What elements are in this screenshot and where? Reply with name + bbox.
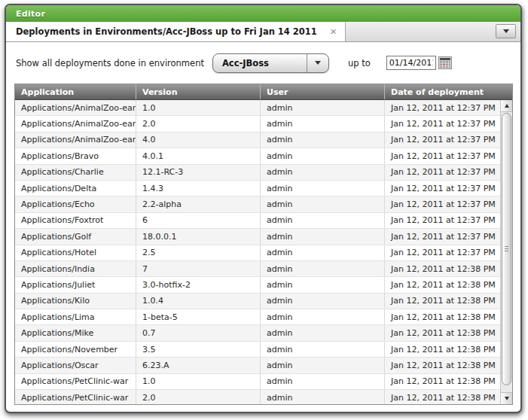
cell-version: 12.1-RC-3 [136, 165, 260, 180]
cell-date: Jan 12, 2011 at 12:38 PM [384, 342, 512, 357]
cell-application: Applications/India [15, 261, 136, 276]
table-row[interactable]: Applications/Golf 18.0.0.1 admin Jan 12,… [15, 229, 512, 245]
cell-version: 1-beta-5 [136, 309, 260, 324]
table-row[interactable]: Applications/AnimalZoo-ear 4.0 admin Jan… [15, 132, 512, 148]
scroll-down-button[interactable] [501, 392, 512, 404]
table-row[interactable]: Applications/India 7 admin Jan 12, 2011 … [15, 261, 512, 277]
cell-version: 2.2-alpha [136, 196, 260, 212]
column-header-application[interactable]: Application [15, 84, 136, 99]
cell-user: admin [260, 358, 384, 373]
cell-version: 2.0 [136, 390, 260, 404]
cell-version: 2.0 [136, 116, 260, 131]
table-row[interactable]: Applications/Hotel 2.5 admin Jan 12, 201… [15, 245, 512, 261]
cell-version: 4.0.1 [136, 148, 260, 163]
cell-date: Jan 12, 2011 at 12:38 PM [384, 358, 512, 373]
tab-list-dropdown-button[interactable] [496, 24, 516, 38]
cell-application: Applications/Hotel [15, 245, 136, 260]
cell-application: Applications/Mike [15, 325, 136, 340]
cell-application: Applications/Lima [15, 309, 136, 324]
table-row[interactable]: Applications/Echo 2.2-alpha admin Jan 12… [15, 196, 512, 212]
table-row[interactable]: Applications/Kilo 1.0.4 admin Jan 12, 20… [15, 294, 512, 309]
chevron-down-icon [503, 29, 509, 33]
cell-date: Jan 12, 2011 at 12:37 PM [384, 148, 512, 163]
column-header-user[interactable]: User [260, 84, 384, 99]
table-row[interactable]: Applications/Bravo 4.0.1 admin Jan 12, 2… [15, 148, 512, 164]
window-titlebar: Editor [6, 5, 520, 22]
table-row[interactable]: Applications/Oscar 6.23.A admin Jan 12, … [15, 358, 512, 373]
cell-user: admin [260, 261, 384, 276]
table-row[interactable]: Applications/PetClinic-war 1.0 admin Jan… [15, 374, 512, 390]
cell-user: admin [260, 277, 384, 292]
cell-date: Jan 12, 2011 at 12:38 PM [384, 277, 512, 292]
cell-user: admin [260, 132, 384, 148]
cell-date: Jan 12, 2011 at 12:38 PM [384, 261, 512, 276]
cell-version: 1.0 [136, 374, 260, 389]
column-header-version[interactable]: Version [136, 84, 260, 99]
table-row[interactable]: Applications/Mike 0.7 admin Jan 12, 2011… [15, 325, 512, 341]
cell-version: 2.5 [136, 245, 260, 260]
calendar-icon [438, 56, 452, 69]
up-to-label: up to [348, 58, 371, 68]
cell-application: Applications/Bravo [15, 148, 136, 163]
cell-date: Jan 12, 2011 at 12:37 PM [384, 100, 512, 115]
table-row[interactable]: Applications/Delta 1.4.3 admin Jan 12, 2… [15, 181, 512, 196]
arrow-up-icon [505, 104, 509, 108]
cell-application: Applications/PetClinic-war [15, 390, 136, 404]
cell-date: Jan 12, 2011 at 12:37 PM [384, 181, 512, 196]
cell-version: 0.7 [136, 325, 260, 340]
cell-version: 4.0 [136, 132, 260, 148]
tab-deployments[interactable]: Deployments in Environments/Acc-JBoss up… [6, 22, 346, 41]
table-row[interactable]: Applications/November 3.5 admin Jan 12, … [15, 342, 512, 358]
cell-user: admin [260, 325, 384, 340]
cell-date: Jan 12, 2011 at 12:37 PM [384, 245, 512, 260]
cell-date: Jan 12, 2011 at 12:38 PM [384, 325, 512, 340]
cell-date: Jan 12, 2011 at 12:38 PM [384, 374, 512, 389]
tab-bar: Deployments in Environments/Acc-JBoss up… [6, 22, 520, 42]
table-body: Applications/AnimalZoo-ear 1.0 admin Jan… [15, 100, 512, 404]
deployments-table: Application Version User Date of deploym… [14, 84, 513, 405]
cell-application: Applications/AnimalZoo-ear [15, 116, 136, 131]
cell-version: 3.0-hotfix-2 [136, 277, 260, 292]
filter-label: Show all deployments done in environment [16, 58, 204, 68]
cell-version: 1.0 [136, 100, 260, 115]
cell-application: Applications/AnimalZoo-ear [15, 100, 136, 115]
cell-user: admin [260, 165, 384, 180]
cell-user: admin [260, 342, 384, 357]
table-row[interactable]: Applications/Foxtrot 6 admin Jan 12, 201… [15, 213, 512, 229]
cell-date: Jan 12, 2011 at 12:37 PM [384, 229, 512, 244]
table-row[interactable]: Applications/PetClinic-war 2.0 admin Jan… [15, 390, 512, 404]
column-header-date[interactable]: Date of deployment [384, 84, 512, 99]
cell-application: Applications/Echo [15, 196, 136, 212]
chevron-down-icon [315, 61, 321, 65]
vertical-scrollbar[interactable] [500, 100, 512, 404]
cell-version: 6 [136, 213, 260, 228]
environment-dropdown[interactable]: Acc-JBoss [212, 53, 329, 73]
table-row[interactable]: Applications/AnimalZoo-ear 2.0 admin Jan… [15, 116, 512, 132]
cell-version: 1.4.3 [136, 181, 260, 196]
table-row[interactable]: Applications/AnimalZoo-ear 1.0 admin Jan… [15, 100, 512, 116]
tab-close-icon[interactable]: ✕ [330, 28, 337, 36]
cell-date: Jan 12, 2011 at 12:37 PM [384, 132, 512, 148]
cell-version: 1.0.4 [136, 294, 260, 309]
dropdown-arrow-zone[interactable] [307, 54, 328, 72]
scroll-up-button[interactable] [501, 100, 512, 112]
cell-application: Applications/Delta [15, 181, 136, 196]
cell-date: Jan 12, 2011 at 12:38 PM [384, 294, 512, 309]
cell-user: admin [260, 181, 384, 196]
date-input[interactable] [386, 56, 436, 70]
calendar-button[interactable] [438, 56, 452, 69]
filter-bar: Show all deployments done in environment… [6, 42, 520, 84]
cell-version: 7 [136, 261, 260, 276]
scrollbar-thumb[interactable] [502, 113, 511, 385]
arrow-down-icon [505, 397, 509, 400]
cell-date: Jan 12, 2011 at 12:37 PM [384, 213, 512, 228]
cell-date: Jan 12, 2011 at 12:37 PM [384, 196, 512, 212]
table-row[interactable]: Applications/Charlie 12.1-RC-3 admin Jan… [15, 165, 512, 181]
cell-application: Applications/Charlie [15, 165, 136, 180]
cell-user: admin [260, 116, 384, 131]
cell-date: Jan 12, 2011 at 12:38 PM [384, 390, 512, 404]
table-row[interactable]: Applications/Juliet 3.0-hotfix-2 admin J… [15, 277, 512, 293]
cell-application: Applications/Oscar [15, 358, 136, 373]
table-row[interactable]: Applications/Lima 1-beta-5 admin Jan 12,… [15, 309, 512, 325]
cell-application: Applications/Golf [15, 229, 136, 244]
